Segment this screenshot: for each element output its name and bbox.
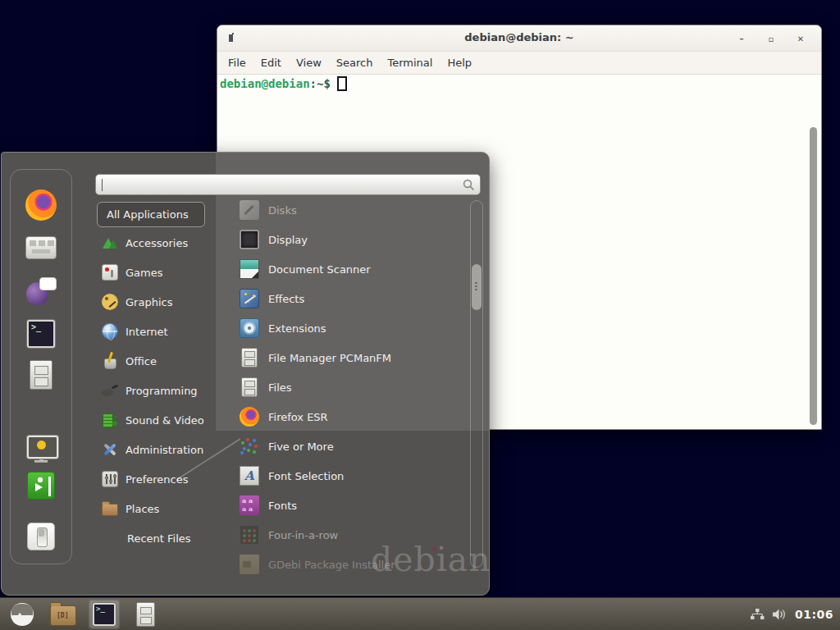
app-item-effects[interactable]: Effects (238, 284, 468, 313)
lock-screen-button[interactable] (25, 433, 57, 468)
cabinet-sm-icon (136, 602, 155, 627)
pidgin-favorite[interactable] (25, 276, 57, 310)
app-item-display[interactable]: Display (238, 225, 468, 254)
category-graphics[interactable]: Graphics (97, 287, 238, 317)
menu-button[interactable] (7, 600, 38, 629)
app-item-disks[interactable]: Disks (238, 195, 468, 225)
category-administration[interactable]: Administration (97, 435, 238, 464)
terminal-menu-search[interactable]: Search (329, 53, 381, 72)
network-icon[interactable] (750, 608, 765, 621)
app-list-scrollbar[interactable] (470, 200, 483, 568)
programming-icon (102, 382, 118, 399)
app-item-fonts[interactable]: Fonts (238, 491, 468, 520)
app-label: Document Scanner (268, 263, 371, 276)
terminal-titlebar[interactable]: debian@debian: ~ –▫✕ (217, 25, 821, 52)
taskbar: 01:06 (0, 597, 840, 630)
keyboard-favorite[interactable] (25, 232, 57, 262)
category-places[interactable]: Places (97, 494, 238, 523)
category-recent-files[interactable]: Recent Files (97, 523, 238, 553)
category-programming[interactable]: Programming (97, 376, 238, 405)
category-all-applications[interactable]: All Applications (97, 202, 205, 227)
category-preferences[interactable]: Preferences (97, 464, 238, 494)
category-label: All Applications (107, 208, 189, 221)
files-launcher[interactable] (130, 600, 161, 629)
category-internet[interactable]: Internet (97, 317, 238, 346)
terminal-menu-view[interactable]: View (289, 53, 329, 72)
app-list-scrollbar-thumb[interactable] (472, 264, 482, 310)
gdebi-icon (240, 555, 259, 574)
app-label: Disks (268, 204, 297, 217)
app-label: Fonts (268, 500, 297, 512)
volume-icon[interactable] (772, 608, 788, 621)
pidgin-icon (25, 276, 57, 307)
app-item-extensions[interactable]: Extensions (238, 313, 468, 343)
accessories-icon (102, 235, 118, 251)
cabinet-lg-icon (30, 360, 52, 390)
terminal-launcher[interactable] (89, 600, 120, 629)
category-list: All ApplicationsAccessoriesGamesGraphics… (97, 202, 238, 553)
preferences-icon (102, 471, 118, 487)
app-item-font-selection[interactable]: Font Selection (238, 461, 468, 491)
app-label: Effects (268, 293, 304, 305)
logout-icon (27, 472, 55, 500)
category-accessories[interactable]: Accessories (97, 228, 238, 258)
search-input[interactable] (103, 176, 459, 193)
minimize-button[interactable]: – (736, 34, 747, 43)
fonts-icon (240, 495, 259, 515)
desktop: { "colors": { "wallpaper": "#010226", "m… (0, 0, 840, 630)
app-item-file-manager-pcmanfm[interactable]: File Manager PCManFM (238, 343, 468, 372)
file-cabinet-icon (241, 348, 258, 368)
administration-icon (102, 441, 118, 458)
system-tray: 01:06 (750, 608, 833, 621)
app-item-firefox-esr[interactable]: Firefox ESR (238, 402, 468, 431)
firefox-favorite[interactable] (25, 189, 57, 224)
file-manager-launcher[interactable] (48, 600, 79, 629)
window-controls: –▫✕ (736, 25, 806, 52)
app-item-files[interactable]: Files (238, 372, 468, 402)
five-or-more-icon (240, 436, 259, 456)
application-list: DisksDisplayDocument ScannerEffectsExten… (238, 195, 468, 579)
terminal-prompt: debian@debian:~$ (220, 76, 347, 91)
category-label: Accessories (126, 237, 188, 249)
category-label: Preferences (126, 473, 188, 486)
app-item-four-in-a-row[interactable]: Four-in-a-row (238, 520, 468, 550)
terminal-menu-edit[interactable]: Edit (253, 53, 289, 72)
internet-icon (102, 323, 118, 340)
four-in-a-row-icon (240, 525, 259, 545)
category-label: Administration (126, 444, 203, 456)
terminal-scrollbar[interactable] (808, 126, 819, 426)
app-label: Display (268, 234, 308, 246)
category-label: Office (126, 355, 157, 368)
maximize-button[interactable]: ▫ (765, 34, 777, 43)
search-box[interactable] (95, 174, 481, 195)
display-icon (240, 230, 259, 249)
category-label: Places (126, 503, 159, 515)
app-label: File Manager PCManFM (268, 352, 391, 364)
terminal-menu-terminal[interactable]: Terminal (380, 53, 440, 72)
category-sound-video[interactable]: Sound & Video (97, 405, 238, 435)
terminal-scrollbar-thumb[interactable] (810, 127, 817, 425)
favorites-sidebar (10, 169, 72, 564)
close-button[interactable]: ✕ (795, 34, 806, 43)
logout-button[interactable] (25, 470, 57, 504)
app-item-five-or-more[interactable]: Five or More (238, 431, 468, 461)
app-label: Files (268, 381, 292, 394)
category-games[interactable]: Games (97, 258, 238, 287)
terminal-menubar: FileEditViewSearchTerminalHelp (217, 52, 821, 75)
shutdown-button[interactable] (25, 521, 57, 555)
office-icon (102, 353, 118, 369)
graphics-icon (102, 294, 118, 310)
terminal-menu-file[interactable]: File (221, 53, 253, 72)
app-item-document-scanner[interactable]: Document Scanner (238, 254, 468, 284)
file-manager-favorite[interactable] (25, 359, 57, 394)
extensions-icon (240, 318, 259, 338)
places-icon (102, 504, 118, 516)
shutdown-icon (27, 523, 55, 550)
effects-icon (240, 289, 259, 308)
games-icon (102, 264, 118, 281)
app-item-gdebi-package-installer[interactable]: GDebi Package Installer (238, 550, 468, 579)
category-office[interactable]: Office (97, 346, 238, 376)
terminal-favorite[interactable] (25, 318, 57, 353)
terminal-menu-help[interactable]: Help (440, 53, 479, 72)
lock-screen-icon (25, 433, 57, 464)
